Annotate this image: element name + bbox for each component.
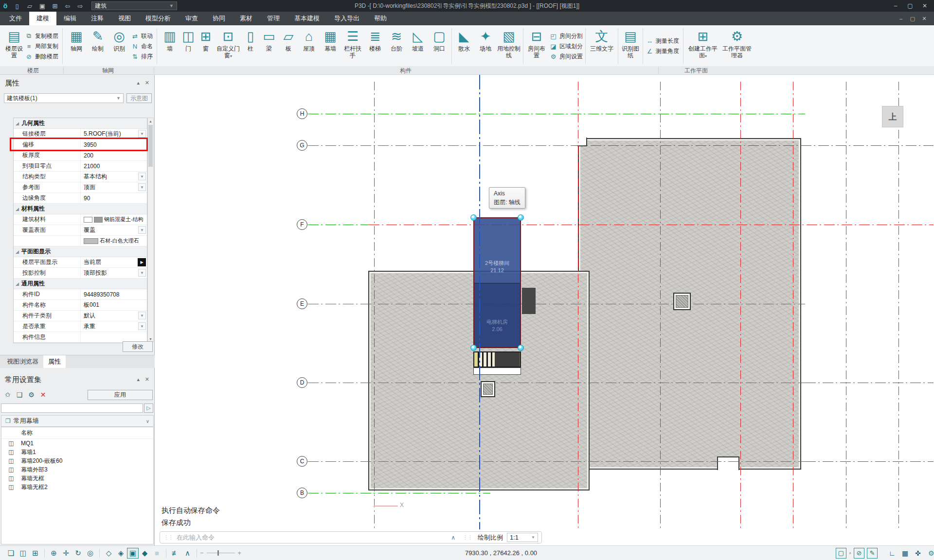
room-split-button[interactable]: ◰房间分割: [549, 32, 583, 41]
stair-button[interactable]: ≣楼梯: [365, 27, 385, 66]
tab-manage[interactable]: 管理: [260, 12, 287, 25]
column-shaft[interactable]: [481, 381, 495, 397]
combo-arrow-icon[interactable]: ▼: [138, 183, 146, 191]
stair-plan[interactable]: [473, 351, 521, 368]
copy-floor-button[interactable]: ⧉复制楼层: [25, 32, 58, 41]
zoom-window-icon[interactable]: ◎: [84, 549, 96, 558]
north-up-button[interactable]: 上: [882, 106, 903, 127]
measure-angle-button[interactable]: ∠测量角度: [646, 47, 679, 56]
apron-button[interactable]: ◣散水: [454, 27, 474, 66]
snap-frame-toggle[interactable]: ▢: [836, 548, 846, 559]
gizmo-toggle[interactable]: ✜: [906, 549, 917, 557]
property-scrollbar[interactable]: ▲ ▼: [147, 118, 154, 342]
new-window-icon[interactable]: ⊞: [29, 549, 41, 558]
orbit-icon[interactable]: ↻: [72, 549, 84, 558]
save-icon[interactable]: ▣: [36, 2, 49, 10]
axis-line-D[interactable]: [308, 383, 805, 383]
grid-bubble-G[interactable]: G: [297, 140, 307, 151]
open-file-icon[interactable]: ▱: [23, 2, 36, 10]
wireframe-style-icon[interactable]: ◇: [103, 549, 115, 558]
axis-line-B[interactable]: [308, 493, 490, 493]
slab-button[interactable]: ▱板: [279, 27, 298, 66]
linkage-button[interactable]: ⇄联动: [131, 32, 153, 41]
section-material[interactable]: ◢材料属性: [14, 204, 147, 214]
zoom-in-icon[interactable]: +: [238, 549, 242, 557]
close-panel-icon[interactable]: ✕: [145, 80, 149, 86]
run-icon[interactable]: ▷: [144, 403, 153, 413]
shaded-style-icon[interactable]: ▣: [127, 548, 139, 559]
door-button[interactable]: ◫门: [180, 27, 197, 66]
add-group-icon[interactable]: ❏: [17, 391, 23, 399]
site-button[interactable]: ✦场地: [475, 27, 496, 66]
add-favorite-icon[interactable]: ✩: [5, 391, 11, 399]
save-as-icon[interactable]: ⊞: [49, 2, 61, 10]
undo-icon[interactable]: ⇦: [61, 2, 74, 10]
section-geometry[interactable]: ◢几何属性: [14, 118, 147, 129]
axis-line-D-red[interactable]: [805, 383, 934, 383]
shaft-block[interactable]: [522, 288, 536, 314]
sort-button[interactable]: ⇅排序: [131, 52, 153, 61]
grid-button[interactable]: ▦轴网: [66, 27, 87, 66]
room-settings-button[interactable]: ⚙房间设置: [549, 52, 583, 61]
curtain-wall-button[interactable]: ▦幕墙: [320, 27, 341, 66]
zoom-slider-handle[interactable]: [217, 550, 219, 556]
new-view-icon[interactable]: ❏: [5, 549, 17, 558]
tab-help[interactable]: 帮助: [367, 12, 394, 25]
grid-display-toggle[interactable]: ▦: [893, 549, 904, 557]
modify-button[interactable]: 修改: [123, 341, 153, 352]
room-layout-button[interactable]: ⊟房间布置: [525, 27, 548, 66]
expand-panel-icon[interactable]: ∧: [181, 549, 194, 558]
delete-floor-button[interactable]: ⊘删除楼层: [25, 52, 58, 61]
axis-line-vertical[interactable]: [846, 82, 846, 529]
list-item[interactable]: ◫幕墙外部3: [1, 465, 153, 474]
axis-line-vertical[interactable]: [898, 82, 899, 529]
close-button[interactable]: ✕: [917, 2, 932, 9]
combo-arrow-icon[interactable]: ▼: [138, 130, 146, 138]
section-general[interactable]: ◢通用属性: [14, 279, 147, 289]
axis-line-vertical[interactable]: [660, 82, 661, 529]
section-plan-display[interactable]: ◢平面图显示: [14, 246, 147, 257]
pan-icon[interactable]: ✛: [60, 549, 72, 558]
axis-line-vertical[interactable]: [374, 82, 375, 529]
wall-button[interactable]: ▥墙: [161, 27, 179, 66]
roof-button[interactable]: ⌂屋顶: [299, 27, 319, 66]
partial-copy-button[interactable]: ≡局部复制: [25, 42, 58, 51]
grid-bubble-B[interactable]: B: [297, 488, 307, 498]
grid-bubble-F[interactable]: F: [297, 219, 307, 230]
minimize-button[interactable]: –: [888, 2, 903, 9]
command-input[interactable]: [177, 534, 447, 541]
chevron-up-icon[interactable]: ∧: [849, 551, 851, 555]
railing-button[interactable]: ☰栏杆扶手: [341, 27, 364, 66]
recognize-grid-button[interactable]: ◎识别: [109, 27, 129, 66]
zoom-out-icon[interactable]: −: [200, 549, 204, 557]
hidden-line-style-icon[interactable]: ◈: [115, 549, 127, 558]
floor-settings-button[interactable]: ▤ 楼层设置: [5, 27, 23, 66]
list-item[interactable]: ◫幕墙1: [1, 448, 153, 456]
zoom-slider[interactable]: − +: [200, 549, 241, 557]
axis-line-vertical[interactable]: [578, 82, 578, 529]
axis-line-vertical[interactable]: [740, 82, 741, 529]
shaded-edges-style-icon[interactable]: ◆: [139, 549, 151, 558]
redo-icon[interactable]: ⇨: [74, 2, 87, 10]
combo-arrow-icon[interactable]: ▼: [138, 173, 146, 180]
grip-handle[interactable]: [518, 214, 524, 221]
axis-line-F[interactable]: [308, 225, 369, 225]
grid-bubble-E[interactable]: E: [297, 298, 307, 309]
tile-windows-icon[interactable]: ◫: [17, 549, 29, 558]
settings-gear-icon[interactable]: ⚙: [919, 549, 930, 557]
recognize-drawing-button[interactable]: ▤识别图纸: [620, 27, 641, 66]
axis-line-C-red[interactable]: [805, 461, 934, 462]
drawing-canvas[interactable]: H G F E D C B 2号楼梯间 21.12 电梯机房 2.06: [155, 75, 934, 545]
steps-button[interactable]: ≋台阶: [386, 27, 407, 66]
drag-handle-icon[interactable]: ⋮⋮: [163, 534, 173, 541]
list-item[interactable]: ◫幕墙200-嵌板60: [1, 456, 153, 465]
ortho-axes-toggle[interactable]: ∟: [880, 549, 891, 557]
tab-collaborate[interactable]: 协同: [205, 12, 233, 25]
axis-line-F-red[interactable]: [369, 225, 934, 225]
axis-line-G-red[interactable]: [573, 145, 934, 146]
collapse-panel-icon[interactable]: ▴: [137, 376, 140, 383]
column-button[interactable]: ▯柱: [242, 27, 259, 66]
collapse-panel-icon[interactable]: ▴: [137, 80, 140, 86]
delete-icon[interactable]: ✕: [40, 391, 46, 399]
list-item[interactable]: ◫幕墙无框: [1, 474, 153, 483]
